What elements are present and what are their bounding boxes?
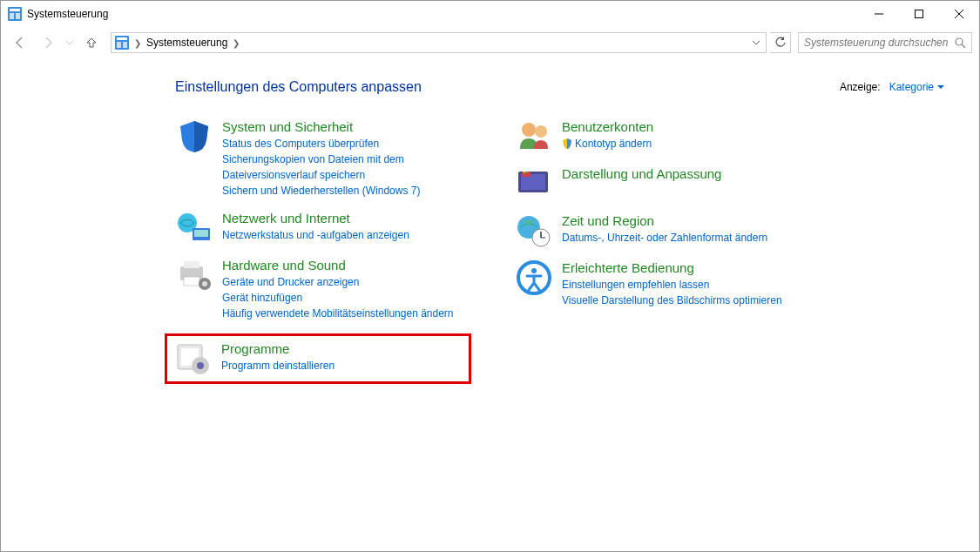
address-dropdown[interactable] (748, 41, 764, 45)
subcategory-link[interactable]: Kontotyp ändern (562, 136, 653, 151)
svg-rect-32 (524, 172, 525, 173)
monitor-icon (515, 166, 553, 201)
subcategory-link[interactable]: Häufig verwendete Mobilitätseinstellunge… (222, 306, 454, 321)
navigation-bar: ❯ Systemsteuerung ❯ Systemsteuerung durc… (1, 27, 979, 58)
svg-rect-33 (526, 172, 528, 173)
category-title[interactable]: Darstellung und Anpassung (562, 166, 721, 181)
highlighted-category: Programme Programm deinstallieren (165, 333, 471, 384)
category-title[interactable]: System und Sicherheit (222, 119, 471, 134)
subcategory-link[interactable]: Visuelle Darstellung des Bildschirms opt… (562, 293, 782, 308)
programs-icon (174, 341, 213, 376)
svg-point-12 (956, 38, 963, 45)
clock-globe-icon (515, 213, 553, 248)
subcategory-link[interactable]: Einstellungen empfehlen lassen (562, 277, 782, 293)
shield-icon (175, 119, 213, 154)
window-titlebar: Systemsteuerung (1, 1, 979, 27)
view-by-dropdown[interactable]: Kategorie (889, 81, 944, 93)
category-ease-of-access: Erleichterte Bedienung Einstellungen emp… (515, 260, 811, 308)
breadcrumb-item[interactable]: Systemsteuerung (146, 37, 227, 49)
users-icon (515, 119, 553, 154)
svg-rect-5 (916, 10, 923, 18)
svg-rect-31 (522, 170, 531, 172)
svg-rect-1 (10, 9, 20, 11)
category-title[interactable]: Zeit und Region (562, 213, 767, 228)
subcategory-link[interactable]: Geräte und Drucker anzeigen (222, 274, 454, 290)
svg-point-26 (522, 123, 536, 137)
category-title[interactable]: Hardware und Sound (222, 258, 454, 273)
search-icon (955, 37, 966, 49)
category-system-security: System und Sicherheit Status des Compute… (175, 119, 471, 199)
maximize-button[interactable] (899, 1, 939, 27)
view-by-label: Anzeige: (840, 81, 881, 93)
control-panel-icon (8, 7, 22, 21)
subcategory-link[interactable]: Sicherungskopien von Dateien mit dem Dat… (222, 151, 471, 183)
svg-rect-2 (10, 13, 14, 19)
category-title[interactable]: Erleichterte Bedienung (562, 260, 782, 275)
category-time-region: Zeit und Region Datums-, Uhrzeit- oder Z… (515, 213, 811, 248)
subcategory-link[interactable]: Gerät hinzufügen (222, 290, 454, 306)
category-title[interactable]: Netzwerk und Internet (222, 211, 409, 226)
up-button[interactable] (79, 30, 104, 55)
category-title[interactable]: Programme (221, 341, 335, 356)
back-button[interactable] (8, 30, 32, 55)
content-area: Einstellungen des Computers anpassen Anz… (1, 58, 979, 384)
window-title: Systemsteuerung (27, 8, 108, 20)
svg-rect-19 (184, 277, 199, 286)
subcategory-link[interactable]: Datums-, Uhrzeit- oder Zahlenformat ände… (562, 230, 767, 246)
minimize-button[interactable] (859, 1, 899, 27)
category-network: Netzwerk und Internet Netzwerkstatus und… (175, 211, 471, 246)
subcategory-link[interactable]: Netzwerkstatus und -aufgaben anzeigen (222, 227, 409, 243)
search-input[interactable]: Systemsteuerung durchsuchen (798, 32, 972, 53)
uac-shield-icon (562, 138, 572, 149)
refresh-button[interactable] (770, 32, 791, 53)
printer-icon (175, 258, 213, 293)
category-title[interactable]: Benutzerkonten (562, 119, 653, 134)
svg-line-13 (962, 44, 965, 48)
recent-dropdown[interactable] (64, 30, 76, 55)
svg-point-25 (197, 362, 204, 369)
breadcrumb-separator[interactable]: ❯ (231, 38, 241, 48)
subcategory-link[interactable]: Sichern und Wiederherstellen (Windows 7) (222, 183, 471, 199)
page-title: Einstellungen des Computers anpassen (175, 79, 422, 95)
address-bar[interactable]: ❯ Systemsteuerung ❯ (111, 32, 767, 53)
search-placeholder: Systemsteuerung durchsuchen (804, 37, 955, 49)
breadcrumb-separator[interactable]: ❯ (132, 38, 143, 48)
subcategory-link[interactable]: Programm deinstallieren (221, 358, 335, 374)
accessibility-icon (515, 260, 553, 295)
svg-rect-3 (16, 13, 20, 19)
svg-point-27 (535, 125, 547, 138)
forward-button[interactable] (36, 30, 60, 55)
svg-rect-9 (117, 37, 127, 40)
category-user-accounts: Benutzerkonten Kontotyp ändern (515, 119, 811, 154)
category-hardware: Hardware und Sound Geräte und Drucker an… (175, 258, 471, 321)
svg-rect-18 (184, 261, 199, 268)
close-button[interactable] (939, 1, 979, 27)
svg-point-39 (531, 268, 537, 273)
control-panel-icon (115, 36, 129, 50)
svg-rect-10 (117, 42, 121, 48)
svg-rect-16 (194, 230, 208, 237)
svg-rect-11 (123, 42, 127, 48)
category-programs: Programme Programm deinstallieren (174, 341, 462, 376)
subcategory-link[interactable]: Status des Computers überprüfen (222, 136, 471, 151)
svg-point-21 (202, 281, 207, 286)
category-appearance: Darstellung und Anpassung (515, 166, 811, 201)
network-icon (175, 211, 213, 246)
